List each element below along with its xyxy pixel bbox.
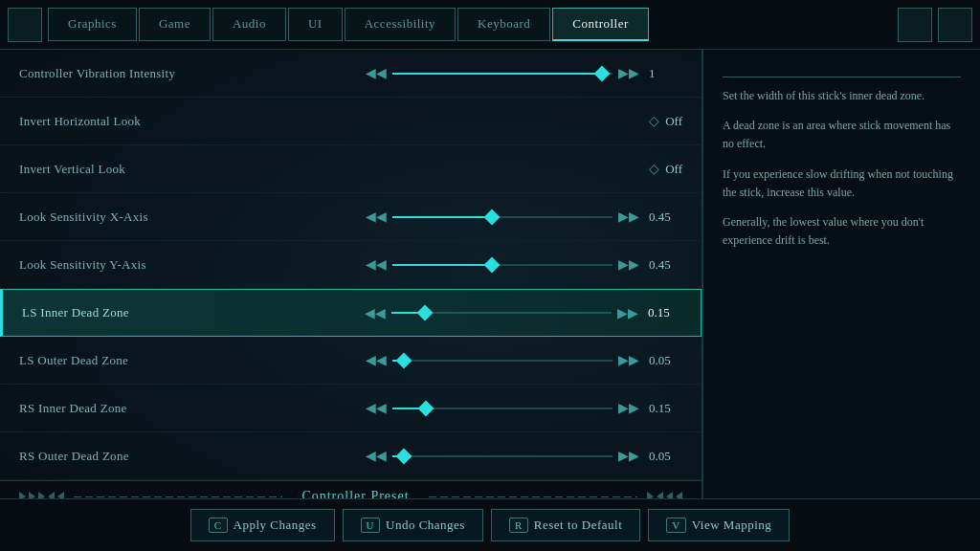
setting-control: ◀◀ ▶▶ 0.45 <box>230 209 682 225</box>
nav-tabs: GraphicsGameAudioUIAccessibilityKeyboard… <box>48 8 892 41</box>
action-label: Undo Changes <box>386 518 465 533</box>
action-key: C <box>209 518 228 533</box>
slider-track[interactable] <box>391 312 612 314</box>
slider-track[interactable] <box>392 73 612 75</box>
slider-right-arrow[interactable]: ▶▶ <box>618 256 639 273</box>
app-container: GraphicsGameAudioUIAccessibilityKeyboard… <box>0 0 980 551</box>
section-divider: Controller Preset <box>0 480 702 498</box>
slider-left-arrow[interactable]: ◀◀ <box>366 400 387 416</box>
setting-label: RS Inner Dead Zone <box>19 401 230 416</box>
slider-right-arrow[interactable]: ▶▶ <box>618 448 639 464</box>
setting-control: ◀◀ ▶▶ 0.45 <box>230 256 682 273</box>
slider-thumb[interactable] <box>483 256 500 273</box>
action-label: Reset to Default <box>534 518 622 533</box>
slider-container[interactable]: ◀◀ ▶▶ <box>366 352 639 368</box>
setting-label: Look Sensitivity Y-Axis <box>19 257 230 273</box>
slider-left-arrow[interactable]: ◀◀ <box>366 448 387 464</box>
toggle-value: Off <box>665 114 682 129</box>
slider-left-arrow[interactable]: ◀◀ <box>365 305 386 321</box>
close-button[interactable] <box>938 8 972 42</box>
setting-row[interactable]: RS Inner Dead Zone ◀◀ ▶▶ 0.15 <box>0 385 702 432</box>
setting-control: ◀◀ ▶▶ 0.05 <box>230 352 682 368</box>
setting-label: RS Outer Dead Zone <box>19 449 230 464</box>
slider-left-arrow[interactable]: ◀◀ <box>366 209 387 225</box>
slider-container[interactable]: ◀◀ ▶▶ <box>366 256 639 273</box>
setting-control: ◇ Off <box>230 113 682 129</box>
slider-container[interactable]: ◀◀ ▶▶ <box>366 209 639 225</box>
slider-right-arrow[interactable]: ▶▶ <box>618 400 639 416</box>
tab-graphics[interactable]: Graphics <box>48 8 137 41</box>
slider-container[interactable]: ◀◀ ▶▶ <box>366 65 639 81</box>
setting-row[interactable]: Invert Vertical Look ◇ Off <box>0 145 702 193</box>
setting-row[interactable]: LS Inner Dead Zone ◀◀ ▶▶ 0.15 <box>0 289 702 337</box>
tab-accessibility[interactable]: Accessibility <box>345 8 456 41</box>
info-paragraph: Generally, the lowest value where you do… <box>723 213 961 250</box>
info-title <box>723 69 961 77</box>
nav-left-key <box>8 8 42 42</box>
slider-container[interactable]: ◀◀ ▶▶ <box>366 400 639 416</box>
setting-row[interactable]: Controller Vibration Intensity ◀◀ ▶▶ 1 <box>0 50 702 98</box>
setting-control: ◀◀ ▶▶ 1 <box>230 65 682 81</box>
setting-row[interactable]: Look Sensitivity Y-Axis ◀◀ ▶▶ 0.45 <box>0 241 702 289</box>
slider-thumb[interactable] <box>395 352 412 368</box>
slider-container[interactable]: ◀◀ ▶▶ <box>365 305 638 321</box>
setting-control: ◀◀ ▶▶ 0.05 <box>230 448 682 464</box>
action-button-undo-changes[interactable]: UUndo Changes <box>343 509 483 541</box>
nav-right-key <box>898 8 932 42</box>
setting-label: Invert Horizontal Look <box>19 114 230 129</box>
slider-track[interactable] <box>392 216 612 218</box>
toggle-container[interactable]: ◇ Off <box>649 161 682 177</box>
tab-ui[interactable]: UI <box>288 8 343 41</box>
setting-label: LS Inner Dead Zone <box>22 305 233 320</box>
action-button-reset-to-default[interactable]: RReset to Default <box>491 509 640 541</box>
setting-row[interactable]: Look Sensitivity X-Axis ◀◀ ▶▶ 0.45 <box>0 193 702 241</box>
divider-decoration-left <box>19 492 64 498</box>
slider-value: 0.05 <box>649 449 682 464</box>
slider-thumb[interactable] <box>483 209 500 225</box>
slider-container[interactable]: ◀◀ ▶▶ <box>366 448 639 464</box>
slider-left-arrow[interactable]: ◀◀ <box>366 352 387 368</box>
tab-keyboard[interactable]: Keyboard <box>457 8 550 41</box>
toggle-icon: ◇ <box>649 113 659 129</box>
slider-track[interactable] <box>392 264 612 266</box>
info-panel: Set the width of this stick's inner dead… <box>702 50 980 498</box>
nav-bar: GraphicsGameAudioUIAccessibilityKeyboard… <box>0 0 980 50</box>
setting-row[interactable]: RS Outer Dead Zone ◀◀ ▶▶ 0.05 <box>0 432 702 480</box>
divider-decoration-right <box>647 492 682 498</box>
slider-right-arrow[interactable]: ▶▶ <box>617 305 638 321</box>
slider-right-arrow[interactable]: ▶▶ <box>618 65 639 81</box>
toggle-value: Off <box>665 162 682 177</box>
slider-value: 1 <box>649 66 682 81</box>
divider-line-left <box>74 496 282 497</box>
settings-panel[interactable]: Controller Vibration Intensity ◀◀ ▶▶ 1 I… <box>0 50 702 498</box>
action-key: V <box>666 518 685 533</box>
slider-left-arrow[interactable]: ◀◀ <box>366 256 387 273</box>
setting-control: ◀◀ ▶▶ 0.15 <box>233 305 681 321</box>
slider-value: 0.45 <box>649 209 682 225</box>
action-button-apply-changes[interactable]: CApply Changes <box>190 509 335 541</box>
tab-audio[interactable]: Audio <box>212 8 286 41</box>
tab-controller[interactable]: Controller <box>552 8 648 41</box>
slider-track[interactable] <box>392 408 612 409</box>
toggle-container[interactable]: ◇ Off <box>649 113 682 129</box>
tab-game[interactable]: Game <box>139 8 211 41</box>
setting-control: ◀◀ ▶▶ 0.15 <box>230 400 682 416</box>
setting-row[interactable]: Invert Horizontal Look ◇ Off <box>0 98 702 145</box>
slider-fill <box>392 264 492 266</box>
slider-value: 0.15 <box>649 401 682 416</box>
slider-track[interactable] <box>392 455 612 457</box>
slider-track[interactable] <box>392 360 612 362</box>
slider-thumb[interactable] <box>593 65 610 81</box>
slider-left-arrow[interactable]: ◀◀ <box>366 65 387 81</box>
setting-label: Look Sensitivity X-Axis <box>19 209 230 225</box>
action-button-view-mapping[interactable]: VView Mapping <box>648 509 790 541</box>
setting-row[interactable]: LS Outer Dead Zone ◀◀ ▶▶ 0.05 <box>0 337 702 385</box>
slider-fill <box>392 216 492 218</box>
slider-right-arrow[interactable]: ▶▶ <box>618 209 639 225</box>
slider-right-arrow[interactable]: ▶▶ <box>618 352 639 368</box>
slider-thumb[interactable] <box>416 305 433 321</box>
slider-thumb[interactable] <box>395 448 412 464</box>
action-key: U <box>361 518 380 533</box>
slider-thumb[interactable] <box>417 400 434 416</box>
info-paragraph: A dead zone is an area where stick movem… <box>723 117 961 153</box>
